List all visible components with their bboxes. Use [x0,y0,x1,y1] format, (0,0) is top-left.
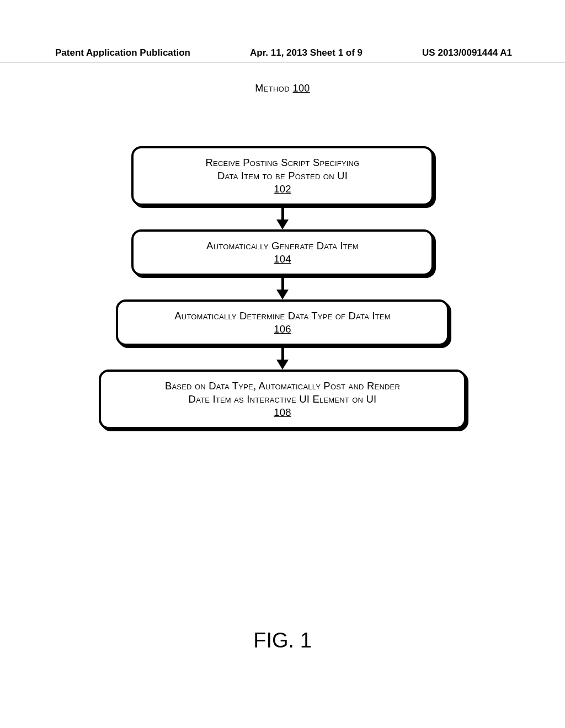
step-text-line: Data Item to be Posted on UI [149,169,416,183]
step-box-102: Receive Posting Script Specifying Data I… [131,146,434,206]
arrow-down-icon [282,206,283,229]
arrow-down-icon [282,276,283,299]
method-number: 100 [293,83,310,94]
step-text-line: Based on Data Type, Automatically Post a… [116,379,449,393]
flowchart: Receive Posting Script Specifying Data I… [0,146,565,429]
page-header: Patent Application Publication Apr. 11, … [0,47,565,62]
figure-label: FIG. 1 [0,629,565,652]
step-ref-number: 104 [149,253,416,266]
step-box-106: Automatically Determine Data Type of Dat… [116,299,449,346]
step-ref-number: 106 [134,323,431,336]
step-text-line: Automatically Generate Data Item [149,239,416,253]
step-box-108: Based on Data Type, Automatically Post a… [99,370,466,429]
arrow-down-icon [282,346,283,370]
step-ref-number: 102 [149,183,416,196]
step-text-line: Date Item as Interactive UI Element on U… [116,393,449,406]
method-title: Method 100 [255,83,310,94]
step-text-line: Automatically Determine Data Type of Dat… [134,309,431,323]
step-text-line: Receive Posting Script Specifying [149,156,416,169]
method-label: Method [255,83,290,94]
step-ref-number: 108 [116,406,449,419]
header-right: US 2013/0091444 A1 [422,47,512,58]
step-box-104: Automatically Generate Data Item 104 [131,229,434,276]
header-center: Apr. 11, 2013 Sheet 1 of 9 [250,47,363,58]
flowchart-diagram: Method 100 Receive Posting Script Specif… [0,83,565,429]
header-left: Patent Application Publication [55,47,190,58]
